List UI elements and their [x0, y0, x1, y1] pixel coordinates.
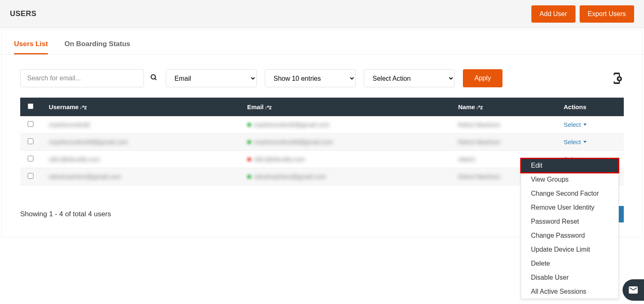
dropdown-item-update-device-limit[interactable]: Update Device Limit	[521, 243, 618, 257]
col-name-label: Name	[458, 103, 475, 110]
col-actions: Actions	[556, 98, 624, 116]
dropdown-item-disable-user[interactable]: Disable User	[521, 271, 618, 285]
cell-name: rdte01	[458, 156, 476, 163]
dropdown-item-remove-user-identity[interactable]: Remove User Identity	[521, 201, 618, 215]
row-checkbox[interactable]	[28, 138, 33, 144]
cell-email: rahulmashere@gmail.com	[254, 173, 326, 180]
status-dot	[247, 157, 251, 161]
cell-name: Rahul Mashore	[458, 121, 500, 128]
tab-users-list[interactable]: Users List	[14, 40, 48, 54]
tabs: Users List On Boarding Status	[0, 30, 644, 55]
table-header-row: Username↓ᴬᴢ Email↓ᴬᴢ Name↓ᴬᴢ Actions	[20, 98, 624, 116]
cell-email: masherorahul0@gmail.com	[254, 121, 330, 128]
add-device-icon[interactable]	[610, 71, 624, 85]
result-count: Showing 1 - 4 of total 4 users	[20, 210, 111, 218]
select-all-checkbox[interactable]	[28, 103, 33, 109]
sort-icon: ↓ᴬᴢ	[80, 105, 87, 110]
cell-name: Rahul Mashore	[458, 173, 500, 180]
apply-button[interactable]: Apply	[463, 69, 502, 87]
col-checkbox	[20, 98, 41, 116]
status-dot	[247, 175, 251, 179]
row-select-action[interactable]: Select	[564, 138, 587, 145]
row-checkbox[interactable]	[28, 121, 33, 127]
col-email[interactable]: Email↓ᴬᴢ	[240, 98, 451, 116]
row-select-action[interactable]: Select	[564, 121, 587, 128]
export-users-button[interactable]: Export Users	[580, 5, 634, 23]
cell-username: rd01@idoutify.com	[49, 156, 100, 163]
row-checkbox[interactable]	[28, 156, 33, 161]
dropdown-item-password-reset[interactable]: Password Reset	[521, 215, 618, 229]
search-icon[interactable]	[150, 74, 158, 83]
dropdown-item-edit[interactable]: Edit	[521, 159, 618, 173]
cell-username: masherorahul48@gmail.com	[49, 138, 128, 145]
filter-field-select[interactable]: Email	[166, 69, 257, 87]
search-input[interactable]	[20, 69, 144, 87]
dropdown-item-delete[interactable]: Delete	[521, 257, 618, 271]
sort-icon: ↓ᴬᴢ	[264, 105, 271, 110]
col-email-label: Email	[247, 103, 264, 110]
chat-fab[interactable]	[623, 279, 644, 301]
action-select[interactable]: Select Action	[364, 69, 455, 87]
col-name[interactable]: Name↓ᴬᴢ	[451, 98, 557, 116]
controls-row: Email Show 10 entries Select Action Appl…	[2, 55, 642, 98]
cell-email: masherorahul48@gmail.com	[254, 138, 333, 145]
add-user-button[interactable]: Add User	[531, 5, 576, 23]
dropdown-item-change-second-factor[interactable]: Change Second Factor	[521, 187, 618, 201]
sort-icon: ↓ᴬᴢ	[476, 105, 483, 110]
col-username[interactable]: Username↓ᴬᴢ	[41, 98, 240, 116]
dropdown-item-view-groups[interactable]: View Groups	[521, 173, 618, 187]
search-wrap	[20, 69, 158, 87]
status-dot	[247, 140, 251, 144]
header-buttons: Add User Export Users	[531, 5, 634, 23]
dropdown-item-all-active-sessions[interactable]: All Active Sessions	[521, 285, 618, 299]
dropdown-item-change-password[interactable]: Change Password	[521, 229, 618, 243]
actions-dropdown: EditView GroupsChange Second FactorRemov…	[521, 158, 619, 299]
page-title: USERS	[10, 9, 37, 18]
svg-point-0	[151, 75, 156, 79]
entries-select[interactable]: Show 10 entries	[265, 69, 356, 87]
page-header: USERS Add User Export Users	[0, 0, 644, 28]
svg-line-1	[155, 78, 156, 80]
cell-email: rd01@idoutify.com	[254, 156, 305, 163]
status-dot	[247, 123, 251, 127]
cell-username: masherorahul0	[49, 121, 90, 128]
table-row: masherorahul48@gmail.com masherorahul48@…	[20, 133, 624, 151]
cell-name: Rahul Mashore	[458, 138, 500, 145]
tab-onboarding-status[interactable]: On Boarding Status	[64, 40, 130, 54]
col-username-label: Username	[49, 103, 79, 110]
table-row: masherorahul0 masherorahul0@gmail.com Ra…	[20, 116, 624, 133]
cell-username: rahulmashere@gmail.com	[49, 173, 121, 180]
mail-icon	[628, 285, 639, 295]
row-checkbox[interactable]	[28, 173, 33, 179]
